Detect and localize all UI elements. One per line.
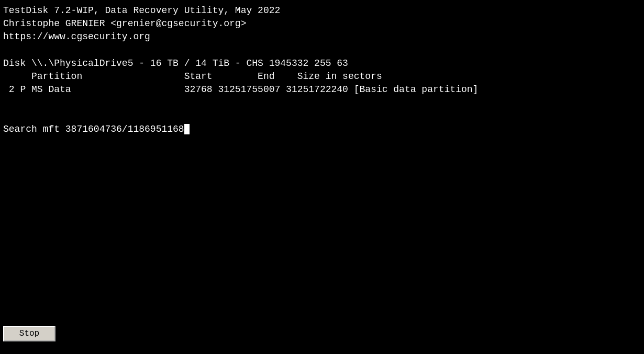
stop-button[interactable]: Stop [3, 326, 55, 341]
terminal-line [3, 110, 641, 123]
terminal-cursor [184, 124, 190, 134]
terminal-line: TestDisk 7.2-WIP, Data Recovery Utility,… [3, 4, 641, 17]
stop-button-container: Stop [3, 326, 55, 341]
terminal-line [3, 136, 641, 149]
terminal-line: https://www.cgsecurity.org [3, 30, 641, 43]
terminal-line: Search mft 3871604736/1186951168 [3, 123, 641, 136]
terminal-output: TestDisk 7.2-WIP, Data Recovery Utility,… [3, 4, 641, 149]
terminal-line [3, 96, 641, 109]
terminal-window: TestDisk 7.2-WIP, Data Recovery Utility,… [0, 0, 644, 354]
terminal-line: Christophe GRENIER <grenier@cgsecurity.o… [3, 17, 641, 30]
terminal-line: Partition Start End Size in sectors [3, 70, 641, 83]
terminal-line [3, 44, 641, 57]
terminal-line: 2 P MS Data 32768 31251755007 3125172224… [3, 83, 641, 96]
terminal-line: Disk \\.\PhysicalDrive5 - 16 TB / 14 TiB… [3, 57, 641, 70]
